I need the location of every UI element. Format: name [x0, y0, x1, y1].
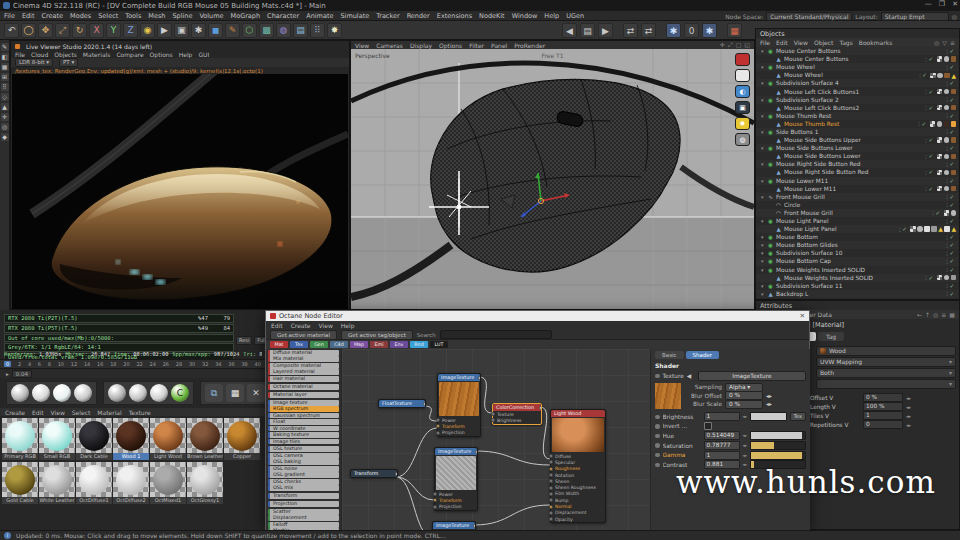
attr-value-select[interactable]: UVW Mapping▾ — [816, 357, 956, 367]
port-pin-icon[interactable] — [491, 418, 495, 422]
enable-check-icon[interactable]: ✓ — [928, 186, 933, 192]
object-row[interactable]: ▾◉Mouse Bottom∶✓ — [756, 233, 959, 241]
checker-tag-icon[interactable] — [937, 105, 943, 111]
mat-menu-edit[interactable]: Edit — [32, 409, 44, 416]
object-row[interactable]: ▲Mouse Side Buttons Upper∶✓ — [756, 136, 959, 144]
object-row[interactable]: ▾◉Mouse Center Buttons∶✓ — [756, 47, 959, 55]
axis-mode-icon[interactable]: ✛ — [1, 113, 9, 121]
enable-check-icon[interactable]: ✓ — [949, 202, 954, 208]
checker-tag-icon[interactable] — [937, 154, 943, 160]
material-item[interactable]: OctDiffuse1 — [76, 462, 112, 504]
display-mode-select[interactable]: LDR 8-bit ▾ — [15, 58, 53, 67]
white-tag-icon[interactable] — [944, 226, 950, 232]
vp-menu-options[interactable]: Options — [439, 42, 462, 49]
enable-check-icon[interactable]: ✓ — [949, 80, 954, 86]
lv-menu-help[interactable]: Help — [179, 51, 193, 58]
node-output-port[interactable] — [423, 402, 425, 406]
obj-menu-file[interactable]: File — [760, 39, 770, 46]
node-type-hair-material[interactable]: Hair material — [268, 376, 339, 382]
material-item[interactable]: OctGlossy1 — [187, 462, 223, 504]
checkerboard-button[interactable]: ▦ — [226, 384, 244, 402]
port-pin-icon[interactable] — [433, 505, 437, 509]
object-row[interactable]: ▲Mouse Right Side Button Red∶✓ — [756, 168, 959, 176]
node-chip-lut[interactable]: LUT — [430, 341, 448, 348]
visibility-dots-icon[interactable]: ∶ — [946, 161, 948, 168]
octane-glossy-material-button[interactable] — [32, 384, 50, 402]
enable-check-icon[interactable]: ✓ — [949, 113, 954, 119]
node-graph-canvas[interactable]: TransformFloatTextureImageTexturePowerTr… — [342, 349, 650, 530]
checker-tag-icon[interactable] — [910, 226, 916, 232]
vp-menu-filter[interactable]: Filter — [469, 42, 484, 49]
lv-menu-cloud[interactable]: Cloud — [31, 51, 48, 58]
enable-check-icon[interactable]: ✓ — [949, 145, 954, 151]
node-type-gaussian-spectrum[interactable]: Gaussian spectrum — [268, 413, 339, 419]
attr-value-select[interactable]: Both▾ — [816, 368, 956, 378]
port-pin-icon[interactable] — [433, 498, 437, 502]
phong-tag-icon[interactable] — [951, 210, 957, 216]
menu-create[interactable]: Create — [41, 12, 63, 20]
timeline-tick[interactable]: 26 — [163, 361, 169, 367]
object-row[interactable]: ▲Mouse Center Buttons∶✓ — [756, 55, 959, 63]
render-kernel-select[interactable]: PT ▾ — [59, 58, 78, 67]
timeline-tick[interactable]: 38 — [241, 361, 247, 367]
port-pin-icon[interactable] — [436, 424, 440, 428]
enable-check-icon[interactable]: ✓ — [949, 97, 954, 103]
enable-check-icon[interactable]: ✓ — [949, 218, 954, 224]
enable-check-icon[interactable]: ✓ — [949, 48, 954, 54]
workplane-icon[interactable]: ⊞ — [1, 73, 9, 81]
node-chip-tex[interactable]: Tex — [290, 341, 308, 348]
octane-universal-material-button[interactable] — [129, 384, 147, 402]
solo-icon[interactable]: ◎ — [1, 123, 9, 131]
attr-tab-tag[interactable]: Tag — [818, 332, 844, 341]
menu-nodekit[interactable]: NodeKit — [479, 12, 505, 20]
visibility-dots-icon[interactable]: ∶ — [946, 201, 948, 208]
vp-menu-cameras[interactable]: Cameras — [376, 42, 403, 49]
enable-check-icon[interactable]: ✓ — [949, 178, 954, 184]
material-item[interactable]: Brown Leather — [187, 418, 223, 460]
texture-back-button[interactable]: ◀ — [687, 372, 695, 381]
visibility-dots-icon[interactable]: ∶ — [925, 56, 927, 63]
maximize-button[interactable]: ❐ — [939, 0, 945, 8]
stepper-icon[interactable]: ◂▸ — [906, 395, 911, 401]
attribute-manager-icon[interactable]: ← — [917, 311, 922, 318]
gray-tag-icon[interactable] — [951, 275, 957, 281]
visibility-dots-icon[interactable]: ∶ — [946, 145, 948, 152]
viewport-icon[interactable]: ⤢ — [728, 41, 733, 49]
port-pin-icon[interactable] — [549, 460, 553, 464]
stepper-icon[interactable]: ◂▸ — [743, 453, 748, 458]
visibility-dots-icon[interactable]: ∶ — [946, 193, 948, 200]
timeline-ruler[interactable]: 0246810121416182022242628303234363840 — [0, 359, 265, 369]
gear-icon-left[interactable]: ✱ — [666, 23, 681, 38]
node-editor-titlebar[interactable]: Octane Node Editor ✕ — [266, 311, 809, 321]
octane-specular-material-button[interactable] — [53, 384, 71, 402]
undo-icon[interactable]: ↶ — [4, 23, 19, 38]
visibility-dots-icon[interactable]: ∶ — [918, 120, 920, 127]
visibility-dots-icon[interactable]: ∶ — [925, 88, 927, 95]
live-selection-icon[interactable]: ◯ — [21, 23, 36, 38]
enable-check-icon[interactable]: ✓ — [949, 250, 954, 256]
timeline-tick[interactable]: 4 — [28, 361, 31, 367]
close-button[interactable]: ✕ — [952, 0, 958, 8]
phong-tag-icon[interactable] — [944, 154, 950, 160]
stepper-icon[interactable]: ◂▸ — [906, 422, 911, 428]
phong-tag-icon[interactable] — [944, 89, 950, 95]
visibility-dots-icon[interactable]: ∶ — [946, 290, 948, 297]
object-row[interactable]: ▾◉Subdivision Surface 11∶✓ — [756, 282, 959, 290]
visibility-dots-icon[interactable]: ∶ — [925, 185, 927, 192]
enable-check-icon[interactable]: ✓ — [928, 169, 933, 175]
timeline-tick[interactable]: 34 — [215, 361, 221, 367]
port-pin-icon[interactable] — [549, 467, 553, 471]
material-item[interactable]: OctDiffuse2 — [113, 462, 149, 504]
minimize-button[interactable]: — — [925, 0, 932, 8]
menu-animate[interactable]: Animate — [306, 12, 333, 20]
attribute-manager-icon[interactable]: ▦ — [949, 311, 955, 318]
menu-ugen[interactable]: UGen — [566, 12, 584, 20]
port-pin-icon[interactable] — [549, 454, 553, 458]
object-row[interactable]: ▾◉Mouse Thumb Rest∶✓ — [756, 112, 959, 120]
port-pin-icon[interactable] — [549, 505, 553, 509]
node-output-port[interactable] — [473, 524, 475, 528]
checker-tag-icon[interactable] — [937, 56, 943, 62]
mat-menu-texture[interactable]: Texture — [129, 409, 151, 416]
axis-z-button[interactable]: Z — [123, 23, 138, 38]
octane-render-button[interactable] — [735, 53, 750, 66]
